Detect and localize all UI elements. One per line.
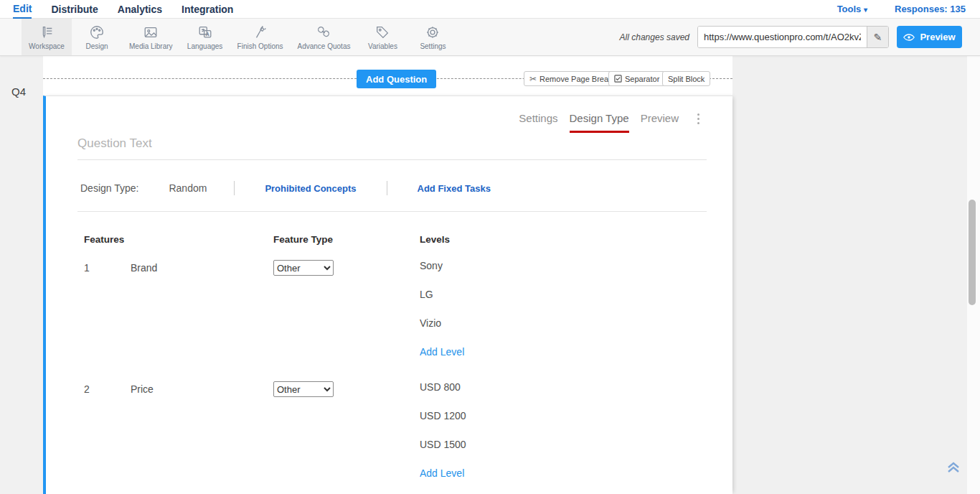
features-table-header: Features Feature Type Levels — [46, 234, 707, 245]
survey-toolbar: Workspace Design Media Library A Languag… — [0, 19, 980, 56]
levels-cell: Sony LG Vizio Add Level — [420, 260, 707, 372]
preview-button[interactable]: Preview — [897, 26, 962, 48]
toolbar-item-label: Advance Quotas — [298, 42, 351, 50]
nav-tab-edit[interactable]: Edit — [13, 0, 32, 19]
responses-count[interactable]: Responses: 135 — [895, 4, 966, 14]
design-type-row: Design Type: Random Prohibited Concepts … — [80, 181, 491, 195]
level-item: LG — [420, 289, 707, 317]
finish-options-icon — [253, 24, 268, 40]
toolbar-item-label: Languages — [187, 42, 223, 50]
add-level-link[interactable]: Add Level — [420, 467, 707, 493]
eye-icon — [903, 33, 915, 42]
feature-name: Price — [131, 381, 273, 493]
tab-preview[interactable]: Preview — [641, 112, 679, 131]
scissors-icon: ✂ — [529, 74, 537, 84]
design-type-value: Random — [169, 182, 207, 194]
tools-label: Tools — [837, 4, 862, 14]
feature-row: 2 Price Other USD 800 USD 1200 USD 1500 … — [46, 381, 707, 493]
question-tabs: Settings Design Type Preview — [519, 112, 702, 133]
media-library-icon — [143, 24, 159, 40]
feature-type-column-header: Feature Type — [273, 234, 420, 245]
scrollbar-thumb[interactable] — [969, 200, 976, 305]
tools-menu[interactable]: Tools ▾ — [837, 4, 867, 14]
feature-type-select[interactable]: Other — [273, 381, 334, 397]
chevron-up-double-icon — [946, 461, 961, 474]
toolbar-item-media-library[interactable]: Media Library — [122, 19, 180, 55]
vertical-scrollbar[interactable] — [967, 56, 980, 494]
question-text-input[interactable] — [77, 134, 707, 160]
pencil-icon: ✎ — [874, 32, 882, 43]
toolbar-item-languages[interactable]: A Languages — [180, 19, 230, 55]
tab-design-type[interactable]: Design Type — [570, 112, 629, 133]
design-icon — [89, 24, 105, 40]
advance-quotas-icon — [316, 24, 331, 40]
split-block-button[interactable]: Split Block — [662, 71, 710, 86]
chevron-down-icon: ▾ — [864, 6, 867, 14]
divider — [234, 181, 235, 195]
toolbar-item-advance-quotas[interactable]: Advance Quotas — [291, 19, 358, 55]
feature-type-select[interactable]: Other — [273, 260, 334, 276]
toolbar-item-settings[interactable]: Settings — [407, 19, 458, 55]
question-card: Settings Design Type Preview Design Type… — [43, 95, 732, 494]
design-type-label: Design Type: — [80, 182, 138, 194]
toolbar-item-label: Design — [85, 42, 108, 50]
right-side-panel — [732, 56, 967, 494]
checkbox-checked-icon — [614, 75, 622, 83]
variables-icon — [374, 24, 390, 40]
add-question-button[interactable]: Add Question — [357, 70, 436, 88]
feature-index: 1 — [84, 260, 131, 372]
level-item: Vizio — [420, 317, 707, 346]
features-column-header: Features — [84, 234, 273, 245]
add-level-link[interactable]: Add Level — [420, 346, 707, 372]
question-number: Q4 — [11, 85, 26, 98]
languages-icon: A — [197, 24, 213, 40]
tab-settings[interactable]: Settings — [519, 112, 557, 131]
level-item: Sony — [420, 260, 707, 289]
svg-text:A: A — [206, 32, 209, 37]
remove-page-break-label: Remove Page Break — [540, 75, 613, 83]
toolbar-item-label: Finish Options — [237, 42, 283, 50]
divider — [387, 181, 387, 195]
page-break-row: Add Question ✂ Remove Page Break Separat… — [43, 56, 732, 95]
workspace-icon — [39, 24, 55, 40]
question-menu-kebab-icon[interactable] — [694, 111, 702, 127]
feature-index: 2 — [84, 381, 131, 493]
all-changes-saved-status: All changes saved — [620, 32, 689, 42]
nav-tab-distribute[interactable]: Distribute — [51, 0, 98, 19]
toolbar-item-label: Media Library — [129, 42, 173, 50]
prohibited-concepts-link[interactable]: Prohibited Concepts — [265, 183, 356, 194]
levels-cell: USD 800 USD 1200 USD 1500 Add Level — [420, 381, 707, 493]
question-number-gutter — [0, 56, 43, 494]
scroll-to-top-button[interactable] — [943, 457, 964, 478]
toolbar-item-design[interactable]: Design — [72, 19, 122, 55]
toolbar-item-label: Variables — [368, 42, 397, 50]
settings-icon — [425, 24, 440, 40]
features-table: Features Feature Type Levels 1 Brand Oth… — [46, 234, 707, 494]
section-divider — [77, 211, 707, 212]
toolbar-item-label: Settings — [420, 42, 446, 50]
preview-label: Preview — [920, 32, 955, 42]
feature-row: 1 Brand Other Sony LG Vizio Add Level — [46, 260, 707, 372]
add-fixed-tasks-link[interactable]: Add Fixed Tasks — [418, 183, 491, 194]
levels-column-header: Levels — [420, 234, 707, 245]
nav-tab-analytics[interactable]: Analytics — [118, 0, 162, 19]
split-block-label: Split Block — [668, 75, 705, 83]
toolbar-item-workspace[interactable]: Workspace — [22, 19, 72, 55]
toolbar-item-label: Workspace — [29, 42, 65, 50]
survey-url-input[interactable] — [698, 27, 867, 47]
feature-name: Brand — [131, 260, 273, 372]
toolbar-item-variables[interactable]: Variables — [357, 19, 407, 55]
edit-url-button[interactable]: ✎ — [867, 27, 888, 47]
separator-label: Separator — [625, 75, 659, 83]
level-item: USD 1500 — [420, 439, 707, 467]
toolbar-item-finish-options[interactable]: Finish Options — [230, 19, 291, 55]
top-navigation: Edit Distribute Analytics Integration To… — [0, 0, 980, 19]
separator-button[interactable]: Separator — [608, 71, 665, 86]
nav-tab-integration[interactable]: Integration — [182, 0, 233, 19]
survey-url-box: ✎ — [697, 26, 889, 48]
remove-page-break-button[interactable]: ✂ Remove Page Break — [524, 71, 618, 86]
level-item: USD 800 — [420, 381, 707, 410]
level-item: USD 1200 — [420, 410, 707, 439]
